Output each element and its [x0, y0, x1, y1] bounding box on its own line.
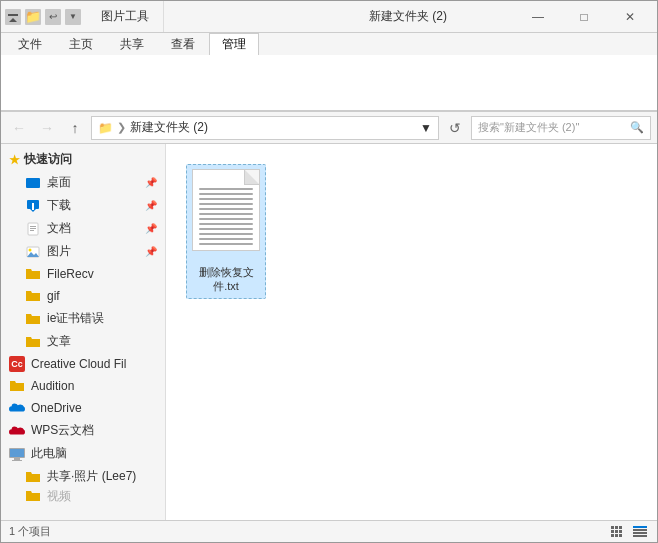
svg-rect-7: [30, 228, 36, 229]
sidebar-item-gif[interactable]: gif: [1, 285, 165, 307]
maximize-button[interactable]: □: [561, 1, 607, 33]
ribbon: 文件 主页 共享 查看 管理: [1, 33, 657, 112]
title-bar: 📁 ↩ ▼ 图片工具 新建文件夹 (2) — □ ✕: [1, 1, 657, 33]
sidebar-item-ie-cert[interactable]: ie证书错误: [1, 307, 165, 330]
svg-rect-15: [12, 460, 22, 461]
pin-icon-downloads: 📌: [145, 200, 157, 211]
view-controls: [609, 523, 649, 541]
details-view-button[interactable]: [631, 523, 649, 541]
up-button[interactable]: ↑: [63, 116, 87, 140]
svg-rect-26: [633, 529, 647, 531]
close-button[interactable]: ✕: [607, 1, 653, 33]
svg-rect-6: [30, 226, 36, 227]
address-field[interactable]: 📁 ❯ 新建文件夹 (2) ▼: [91, 116, 439, 140]
sidebar-label-gif: gif: [47, 289, 60, 303]
dropdown-btn[interactable]: ▼: [65, 9, 81, 25]
sidebar-label-audition: Audition: [31, 379, 74, 393]
ribbon-tab-strip: 图片工具: [87, 1, 301, 32]
address-dropdown[interactable]: ▼: [420, 121, 432, 135]
sidebar-item-extra[interactable]: 视频: [1, 488, 165, 504]
sidebar-item-documents[interactable]: 文档 📌: [1, 217, 165, 240]
sidebar-label-mypc: 此电脑: [31, 445, 67, 462]
sidebar-label-ie-cert: ie证书错误: [47, 310, 104, 327]
svg-rect-13: [10, 449, 24, 457]
svg-rect-20: [615, 530, 618, 533]
svg-point-10: [29, 248, 32, 251]
minimize-button[interactable]: —: [515, 1, 561, 33]
refresh-button[interactable]: ↺: [443, 116, 467, 140]
window-title: 新建文件夹 (2): [301, 8, 515, 25]
gif-icon: [25, 288, 41, 304]
sidebar-label-extra: 视频: [47, 488, 71, 504]
sidebar-label-downloads: 下载: [47, 197, 71, 214]
sidebar-label-filerecv: FileRecv: [47, 267, 94, 281]
svg-rect-17: [615, 526, 618, 529]
svg-rect-8: [30, 230, 34, 231]
pin-icon-documents: 📌: [145, 223, 157, 234]
status-count: 1 个项目: [9, 524, 51, 539]
sidebar-item-audition[interactable]: Audition: [1, 375, 165, 397]
main-area: ★ 快速访问 桌面 📌: [1, 144, 657, 520]
ie-cert-icon: [25, 311, 41, 327]
new-folder-btn[interactable]: 📁: [25, 9, 41, 25]
filerecv-icon: [25, 266, 41, 282]
sidebar-label-onedrive: OneDrive: [31, 401, 82, 415]
extra-icon: [25, 488, 41, 504]
sidebar-item-shared-photos[interactable]: 共享·照片 (Lee7): [1, 465, 165, 488]
star-icon: ★: [9, 153, 20, 167]
file-grid: 删除恢复文件.txt: [166, 144, 657, 319]
sidebar-item-wps[interactable]: WPS云文档: [1, 419, 165, 442]
content-area: 删除恢复文件.txt: [166, 144, 657, 520]
back-button[interactable]: ←: [7, 116, 31, 140]
wps-icon: [9, 423, 25, 439]
sidebar-item-mypc[interactable]: 此电脑: [1, 442, 165, 465]
sidebar-label-article: 文章: [47, 333, 71, 350]
sidebar-item-cc[interactable]: Cc Creative Cloud Fil: [1, 353, 165, 375]
undo-btn[interactable]: ↩: [45, 9, 61, 25]
downloads-icon: [25, 198, 41, 214]
address-path: 新建文件夹 (2): [130, 119, 208, 136]
search-icon: 🔍: [630, 121, 644, 134]
title-bar-icons: 📁 ↩ ▼: [5, 9, 81, 25]
svg-rect-22: [611, 534, 614, 537]
sidebar-label-desktop: 桌面: [47, 174, 71, 191]
documents-icon: [25, 221, 41, 237]
forward-button[interactable]: →: [35, 116, 59, 140]
shared-photos-icon: [25, 469, 41, 485]
sidebar-item-downloads[interactable]: 下载 📌: [1, 194, 165, 217]
pin-icon-desktop: 📌: [145, 177, 157, 188]
window-controls: — □ ✕: [515, 1, 653, 33]
file-name-txt: 删除恢复文件.txt: [191, 265, 261, 294]
svg-rect-25: [633, 526, 647, 528]
file-explorer-window: 📁 ↩ ▼ 图片工具 新建文件夹 (2) — □ ✕ 文件 主页 共享 查看 管…: [0, 0, 658, 543]
tab-home[interactable]: 主页: [56, 33, 106, 55]
svg-rect-14: [14, 458, 20, 460]
list-view-button[interactable]: [609, 523, 627, 541]
svg-rect-23: [615, 534, 618, 537]
search-placeholder: 搜索"新建文件夹 (2)": [478, 120, 579, 135]
svg-rect-19: [611, 530, 614, 533]
tab-share[interactable]: 共享: [107, 33, 157, 55]
sidebar-item-filerecv[interactable]: FileRecv: [1, 263, 165, 285]
quick-access-section: ★ 快速访问 桌面 📌: [1, 144, 165, 508]
tab-manage[interactable]: 管理: [209, 33, 259, 55]
sidebar-item-desktop[interactable]: 桌面 📌: [1, 171, 165, 194]
svg-rect-28: [633, 535, 647, 537]
tab-picture-tools[interactable]: 图片工具: [87, 1, 164, 32]
mypc-icon: [9, 446, 25, 462]
tab-view[interactable]: 查看: [158, 33, 208, 55]
tab-file[interactable]: 文件: [5, 33, 55, 55]
sidebar-label-wps: WPS云文档: [31, 422, 94, 439]
file-item-txt[interactable]: 删除恢复文件.txt: [186, 164, 266, 299]
sidebar-item-article[interactable]: 文章: [1, 330, 165, 353]
svg-rect-16: [611, 526, 614, 529]
status-bar: 1 个项目: [1, 520, 657, 542]
sidebar-item-pictures[interactable]: 图片 📌: [1, 240, 165, 263]
sidebar-item-onedrive[interactable]: OneDrive: [1, 397, 165, 419]
sidebar-label-documents: 文档: [47, 220, 71, 237]
quick-access-header[interactable]: ★ 快速访问: [1, 148, 165, 171]
cc-icon: Cc: [9, 356, 25, 372]
audition-icon: [9, 378, 25, 394]
txt-file-icon: [192, 169, 260, 251]
search-field[interactable]: 搜索"新建文件夹 (2)" 🔍: [471, 116, 651, 140]
